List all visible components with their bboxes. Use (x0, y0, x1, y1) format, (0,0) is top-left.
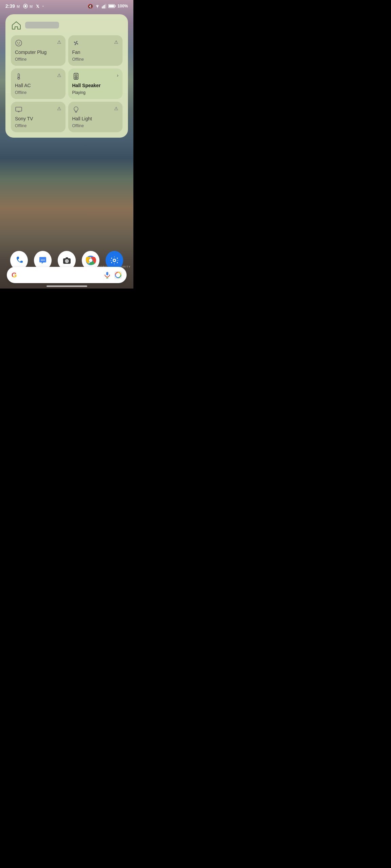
gmail2-icon: M (30, 4, 34, 8)
svg-rect-43 (106, 272, 108, 275)
svg-rect-9 (104, 5, 105, 8)
svg-rect-10 (106, 4, 107, 8)
device-card-hall-light[interactable]: ⚠ Hall Light Offline (68, 102, 123, 132)
assistant-icon (23, 4, 28, 8)
chrome-icon (85, 255, 96, 266)
card-top: ⚠ (15, 73, 61, 80)
home-app-icon (11, 20, 22, 31)
battery-percent: 100% (117, 4, 128, 8)
search-actions (104, 271, 122, 279)
thermometer-icon (15, 73, 22, 80)
widget-title-blurred (25, 22, 59, 28)
device-status-fan: Offline (72, 57, 119, 62)
device-name-tv: Sony TV (15, 116, 61, 121)
widget-header (11, 20, 123, 31)
home-indicator (46, 285, 87, 287)
alert-icon-plug: ⚠ (57, 39, 61, 45)
device-status-ac: Offline (15, 90, 61, 95)
wifi-icon (95, 4, 100, 8)
svg-rect-26 (16, 107, 22, 111)
fan-icon (72, 39, 80, 47)
device-card-hall-speaker[interactable]: › Hall Speaker Playing (68, 68, 123, 99)
alert-icon-tv: ⚠ (57, 106, 61, 111)
svg-point-23 (75, 75, 77, 76)
device-name-plug: Computer Plug (15, 50, 61, 55)
status-left: 2:39 M M 𝕏 ● (5, 3, 44, 9)
svg-point-2 (24, 5, 26, 7)
device-grid: ⚠ Computer Plug Offline ⚠ Fan (11, 35, 123, 132)
gmail-icon: M (17, 4, 21, 8)
alert-icon-light: ⚠ (114, 106, 118, 111)
mute-icon: 🔇 (88, 4, 93, 8)
messages-icon (38, 256, 48, 265)
device-name-fan: Fan (72, 50, 119, 55)
twitter-icon: 𝕏 (36, 4, 41, 8)
home-icon (12, 20, 21, 30)
svg-rect-7 (102, 6, 103, 8)
card-top: › (72, 73, 119, 80)
svg-text:M: M (17, 4, 20, 8)
device-status-light: Offline (72, 123, 119, 128)
alert-icon-fan: ⚠ (114, 39, 118, 45)
device-card-fan[interactable]: ⚠ Fan Offline (68, 35, 123, 66)
plug-icon (15, 39, 22, 47)
speaker-icon (72, 73, 80, 80)
svg-rect-8 (103, 5, 104, 8)
alert-icon-ac: ⚠ (57, 73, 61, 78)
svg-point-32 (44, 260, 45, 261)
svg-point-40 (89, 259, 92, 262)
svg-point-14 (16, 40, 22, 46)
card-top: ⚠ (15, 106, 61, 113)
nav-bar (0, 285, 133, 287)
device-card-sony-tv[interactable]: ⚠ Sony TV Offline (11, 102, 66, 132)
microphone-icon[interactable] (104, 271, 111, 279)
device-name-speaker: Hall Speaker (72, 83, 119, 88)
google-logo: G (12, 271, 17, 279)
status-right: 🔇 100% (88, 4, 128, 8)
device-name-light: Hall Light (72, 116, 119, 121)
svg-text:M: M (30, 4, 33, 8)
svg-point-25 (75, 77, 76, 78)
card-top: ⚠ (72, 39, 119, 47)
card-top: ⚠ (72, 106, 119, 113)
svg-point-31 (42, 260, 43, 261)
svg-point-17 (75, 42, 77, 44)
battery-icon (108, 4, 116, 8)
svg-text:🔇: 🔇 (88, 4, 93, 8)
chevron-icon-speaker: › (117, 73, 118, 78)
svg-point-19 (18, 77, 20, 79)
lens-icon[interactable] (114, 271, 122, 279)
svg-point-16 (19, 42, 20, 43)
device-name-ac: Hall AC (15, 83, 61, 88)
device-card-computer-plug[interactable]: ⚠ Computer Plug Offline (11, 35, 66, 66)
status-bar: 2:39 M M 𝕏 ● 🔇 (0, 0, 133, 11)
device-status-speaker: Playing (72, 90, 119, 95)
svg-point-47 (117, 274, 119, 276)
device-status-plug: Offline (15, 57, 61, 62)
settings-icon (110, 256, 119, 265)
device-status-tv: Offline (15, 123, 61, 128)
phone-icon (14, 256, 24, 265)
card-top: ⚠ (15, 39, 61, 47)
svg-text:𝕏: 𝕏 (36, 4, 39, 8)
notification-dot: ● (42, 5, 44, 7)
home-widget: ⚠ Computer Plug Offline ⚠ Fan (5, 14, 128, 138)
status-time: 2:39 (5, 3, 15, 9)
svg-point-15 (17, 42, 18, 43)
camera-icon (62, 256, 72, 265)
svg-point-30 (41, 260, 42, 261)
tv-icon (15, 106, 22, 113)
svg-point-6 (97, 7, 98, 8)
svg-point-36 (69, 259, 70, 260)
svg-rect-13 (109, 5, 114, 7)
search-bar[interactable]: G (7, 267, 127, 283)
svg-point-35 (66, 260, 68, 262)
svg-rect-12 (115, 5, 116, 7)
bulb-icon (72, 106, 80, 113)
svg-point-42 (113, 260, 115, 261)
signal-icon (102, 4, 107, 8)
device-card-hall-ac[interactable]: ⚠ Hall AC Offline (11, 68, 66, 99)
